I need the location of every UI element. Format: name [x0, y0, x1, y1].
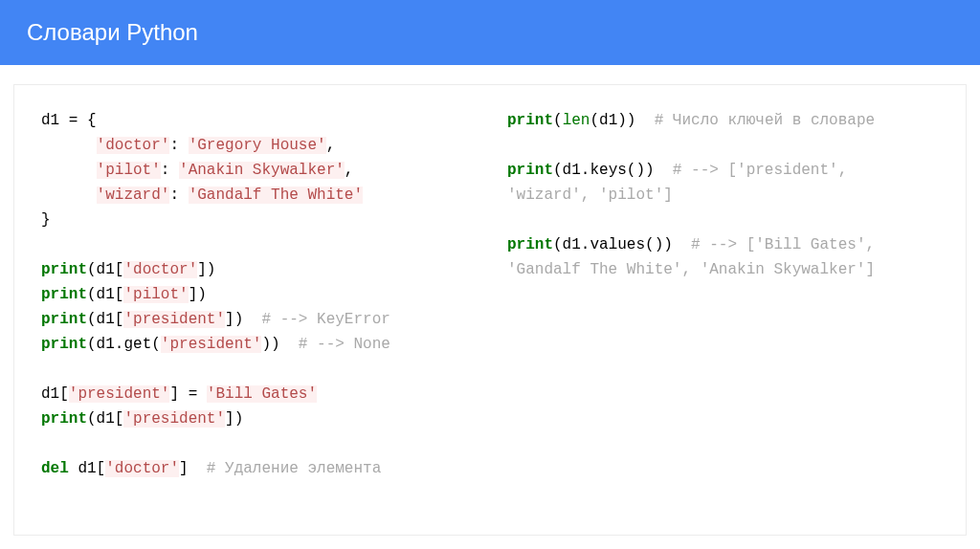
- code-text: ,: [326, 137, 336, 154]
- string-literal: 'doctor': [123, 261, 197, 278]
- code-text: (d1[: [87, 311, 123, 328]
- code-text: (d1.keys()): [553, 162, 655, 179]
- comment: # Число ключей в словаре: [655, 112, 875, 129]
- code-text: (d1)): [590, 112, 635, 129]
- code-text: (d1.get(: [87, 336, 161, 353]
- code-text: }: [41, 211, 51, 229]
- builtin-len: len: [563, 112, 590, 129]
- code-text: ]): [189, 286, 207, 303]
- slide-body: d1 = { 'doctor': 'Gregory House', 'pilot…: [13, 84, 967, 536]
- code-text: (: [553, 112, 563, 129]
- indent: [41, 187, 97, 204]
- code-text: :: [169, 187, 188, 204]
- code-text: :: [169, 137, 188, 154]
- code-text: (d1[: [87, 286, 123, 303]
- code-text: ]): [225, 311, 243, 328]
- spacer: [673, 236, 691, 253]
- string-literal: 'pilot': [97, 162, 161, 179]
- code-text: (d1[: [87, 410, 123, 428]
- keyword-print: print: [41, 336, 87, 353]
- code-block-left: d1 = { 'doctor': 'Gregory House', 'pilot…: [41, 108, 473, 481]
- code-text: )): [261, 336, 279, 353]
- spacer: [635, 112, 654, 129]
- keyword-print: print: [41, 286, 87, 303]
- code-text: d1[: [69, 460, 105, 477]
- string-literal: 'Gandalf The White': [189, 187, 363, 204]
- indent: [41, 162, 97, 179]
- string-literal: 'doctor': [105, 460, 179, 477]
- keyword-print: print: [507, 112, 553, 129]
- spacer: [280, 336, 299, 353]
- keyword-print: print: [41, 261, 87, 278]
- code-text: (d1.values()): [553, 236, 673, 253]
- spacer: [189, 460, 207, 477]
- code-text: ] =: [169, 385, 206, 403]
- slide-header: Словари Python: [0, 0, 980, 65]
- code-text: ]: [179, 460, 189, 477]
- string-literal: 'president': [123, 311, 225, 328]
- code-text: ]): [197, 261, 215, 278]
- code-text: :: [161, 162, 179, 179]
- code-block-right: print(len(d1)) # Число ключей в словаре …: [507, 108, 939, 282]
- indent: [41, 137, 97, 154]
- code-text: d1 = {: [41, 112, 97, 129]
- string-literal: 'wizard': [97, 187, 170, 204]
- spacer: [243, 311, 261, 328]
- slide-title: Словари Python: [27, 19, 198, 46]
- code-text: ]): [225, 410, 243, 428]
- keyword-print: print: [41, 311, 87, 328]
- string-literal: 'president': [123, 410, 225, 428]
- comment: # --> None: [299, 336, 390, 353]
- comment: # Удаление элемента: [207, 460, 381, 477]
- string-literal: 'Gregory House': [189, 137, 326, 154]
- code-column-right: print(len(d1)) # Число ключей в словаре …: [507, 108, 939, 481]
- code-text: ,: [345, 162, 354, 179]
- code-text: d1[: [41, 385, 69, 403]
- string-literal: 'doctor': [97, 137, 170, 154]
- string-literal: 'president': [161, 336, 262, 353]
- string-literal: 'Bill Gates': [207, 385, 317, 403]
- keyword-print: print: [507, 162, 553, 179]
- string-literal: 'Anakin Skywalker': [179, 162, 345, 179]
- string-literal: 'pilot': [123, 286, 188, 303]
- comment: # --> KeyError: [261, 311, 390, 328]
- spacer: [655, 162, 673, 179]
- keyword-print: print: [507, 236, 553, 253]
- keyword-del: del: [41, 460, 69, 477]
- code-text: (d1[: [87, 261, 123, 278]
- code-column-left: d1 = { 'doctor': 'Gregory House', 'pilot…: [41, 108, 473, 481]
- keyword-print: print: [41, 410, 87, 428]
- string-literal: 'president': [69, 385, 170, 403]
